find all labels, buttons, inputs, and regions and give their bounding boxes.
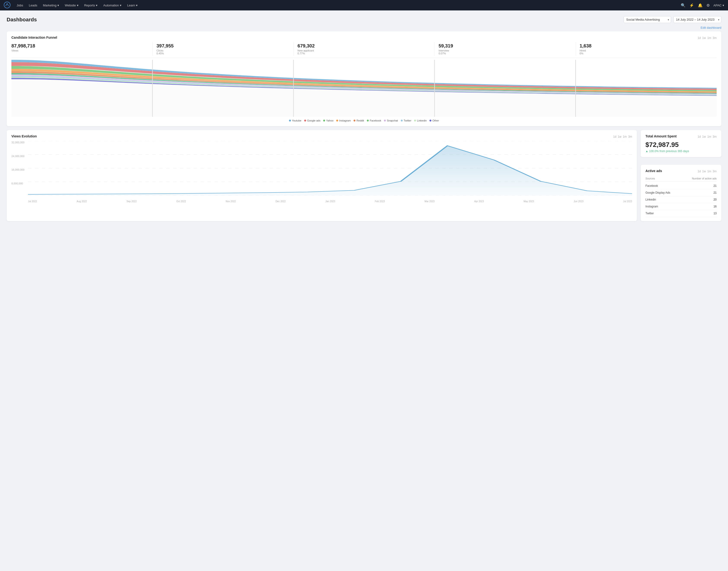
chart-x-labels: Jul 2022Aug 2022Sep 2022Oct 2022Nov 2022…: [28, 200, 632, 203]
app-logo[interactable]: [4, 2, 10, 9]
funnel-tf-1w[interactable]: 1w: [702, 36, 706, 40]
amount-time-filters: 1d 1w 1m 3m: [698, 135, 717, 138]
dashboard-select[interactable]: Social Media Advertising: [624, 16, 671, 23]
funnel-tf-1d[interactable]: 1d: [698, 36, 701, 40]
svg-point-0: [4, 2, 10, 8]
metric-applicant-pct: 0.77%: [297, 52, 435, 55]
views-time-filters: 1d 1w 1m 3m: [613, 135, 632, 138]
metric-views-label: Views: [11, 49, 152, 52]
amount-tf-3m[interactable]: 3m: [713, 135, 717, 138]
metric-hired-label: Hired: [580, 49, 717, 52]
ads-col-count: Number of active ads: [692, 177, 717, 180]
page-content: Dashboards Social Media Advertising 14 J…: [0, 10, 728, 231]
right-column: Total Amount Spent 1d 1w 1m 3m $72,987.9…: [641, 130, 721, 225]
ads-tf-3m[interactable]: 3m: [713, 170, 717, 173]
views-tf-3m[interactable]: 3m: [628, 135, 632, 138]
ads-table-header: Sources Number of active ads: [645, 176, 717, 182]
edit-dashboard-link[interactable]: Edit dashboard: [7, 26, 721, 29]
metric-hired-pct: 0%: [580, 52, 717, 55]
nav-reports[interactable]: Reports▾: [82, 2, 100, 9]
ads-source-0: Facebook: [645, 184, 658, 188]
x-label-0: Jul 2022: [28, 200, 37, 203]
funnel-time-filters: 1d 1w 1m 3m: [698, 36, 717, 40]
views-tf-1w[interactable]: 1w: [618, 135, 621, 138]
funnel-card-header: Candidate Interaction Funnel 1d 1w 1m 3m: [11, 35, 717, 40]
search-icon[interactable]: 🔍: [681, 3, 686, 8]
ads-count-4: 13: [714, 212, 717, 215]
legend-item-snapchat: Snapchat: [384, 119, 398, 122]
x-label-7: Feb 2023: [375, 200, 385, 203]
legend-item-twitter: Twitter: [401, 119, 411, 122]
metric-interview-pct: 0.07%: [439, 52, 576, 55]
y-label-2: 16,000,000: [11, 168, 28, 171]
active-ads-card: Active ads 1d 1w 1m 3m Sources Number of…: [641, 165, 721, 221]
views-tf-1d[interactable]: 1d: [613, 135, 616, 138]
ads-rows-container: Facebook21Google Display Ads21Linkedin20…: [645, 183, 717, 217]
metric-views-value: 87,998,718: [11, 43, 152, 49]
active-ads-header: Active ads 1d 1w 1m 3m: [645, 169, 717, 174]
chart-y-labels: 32,000,000 24,000,000 16,000,000 8,000,0…: [11, 141, 28, 196]
ads-row-2: Linkedin20: [645, 196, 717, 203]
metric-clicks-value: 397,955: [156, 43, 293, 49]
nav-learn[interactable]: Learn▾: [125, 2, 140, 9]
views-evolution-title: Views Evolution: [11, 134, 613, 138]
ads-row-3: Instagram16: [645, 203, 717, 210]
legend-item-instagram: Instagram: [336, 119, 351, 122]
funnel-card: Candidate Interaction Funnel 1d 1w 1m 3m…: [7, 31, 721, 126]
region-selector[interactable]: APAC▾: [714, 4, 724, 7]
views-chart-inner: [28, 141, 632, 196]
legend-item-reddit: Reddit: [354, 119, 364, 122]
ads-source-3: Instagram: [645, 205, 658, 208]
nav-marketing[interactable]: Marketing▾: [40, 2, 62, 9]
ads-count-3: 16: [714, 205, 717, 208]
funnel-tf-1m[interactable]: 1m: [707, 36, 711, 40]
y-label-0: 32,000,000: [11, 141, 28, 144]
bell-icon[interactable]: 🔔: [698, 3, 703, 8]
nav-icon-group: 🔍 ⚡ 🔔 ⚙: [681, 3, 710, 8]
amount-change: ▲ 100.0% from previous 365 days: [645, 149, 717, 153]
dashboard-select-wrap: Social Media Advertising: [624, 16, 671, 23]
x-label-11: Jun 2023: [574, 200, 584, 203]
ads-source-1: Google Display Ads: [645, 191, 670, 194]
total-amount-title: Total Amount Spent: [645, 134, 698, 138]
nav-jobs[interactable]: Jobs: [14, 2, 25, 9]
metric-interview-label: Interview: [439, 49, 576, 52]
nav-leads[interactable]: Leads: [26, 2, 39, 9]
funnel-metric-hired: 1,638 Hired 0%: [576, 42, 717, 56]
gear-icon[interactable]: ⚙: [706, 3, 710, 8]
views-evolution-header: Views Evolution 1d 1w 1m 3m: [11, 134, 632, 139]
metric-applicant-label: New applicant: [297, 49, 435, 52]
x-label-8: Mar 2023: [424, 200, 435, 203]
x-label-12: Jul 2023: [623, 200, 632, 203]
filter-group: Social Media Advertising 14 July 2022 – …: [624, 16, 721, 23]
ads-count-0: 21: [714, 184, 717, 188]
amount-tf-1w[interactable]: 1w: [702, 135, 706, 138]
amount-change-text: ▲ 100.0% from previous 365 days: [645, 149, 689, 153]
ads-tf-1w[interactable]: 1w: [702, 170, 706, 173]
legend-item-yahoo: Yahoo: [323, 119, 333, 122]
views-tf-1m[interactable]: 1m: [623, 135, 627, 138]
date-range-select-wrap: 14 July 2022 – 14 July 2023: [674, 16, 721, 23]
total-amount-value: $72,987.95: [645, 141, 717, 148]
funnel-tf-3m[interactable]: 3m: [713, 36, 717, 40]
bolt-icon[interactable]: ⚡: [689, 3, 694, 8]
nav-website[interactable]: Website▾: [63, 2, 81, 9]
ads-source-2: Linkedin: [645, 198, 656, 201]
ads-col-source: Sources: [645, 177, 655, 180]
x-label-1: Aug 2022: [77, 200, 87, 203]
ads-source-4: Twitter: [645, 212, 654, 215]
ads-time-filters: 1d 1w 1m 3m: [698, 170, 717, 173]
nav-automation[interactable]: Automation▾: [101, 2, 124, 9]
views-evolution-card: Views Evolution 1d 1w 1m 3m 32,000,000 2…: [7, 130, 637, 221]
legend-item-linkedin: Linkedin: [414, 119, 427, 122]
total-amount-header: Total Amount Spent 1d 1w 1m 3m: [645, 134, 717, 139]
y-label-1: 24,000,000: [11, 155, 28, 157]
x-label-6: Jan 2023: [325, 200, 335, 203]
metric-clicks-pct: 0.45%: [156, 52, 293, 55]
amount-tf-1d[interactable]: 1d: [698, 135, 701, 138]
funnel-metric-interview: 59,319 Interview 0.07%: [435, 42, 576, 56]
amount-tf-1m[interactable]: 1m: [707, 135, 711, 138]
date-range-select[interactable]: 14 July 2022 – 14 July 2023: [674, 16, 721, 23]
ads-tf-1d[interactable]: 1d: [698, 170, 701, 173]
ads-tf-1m[interactable]: 1m: [707, 170, 711, 173]
